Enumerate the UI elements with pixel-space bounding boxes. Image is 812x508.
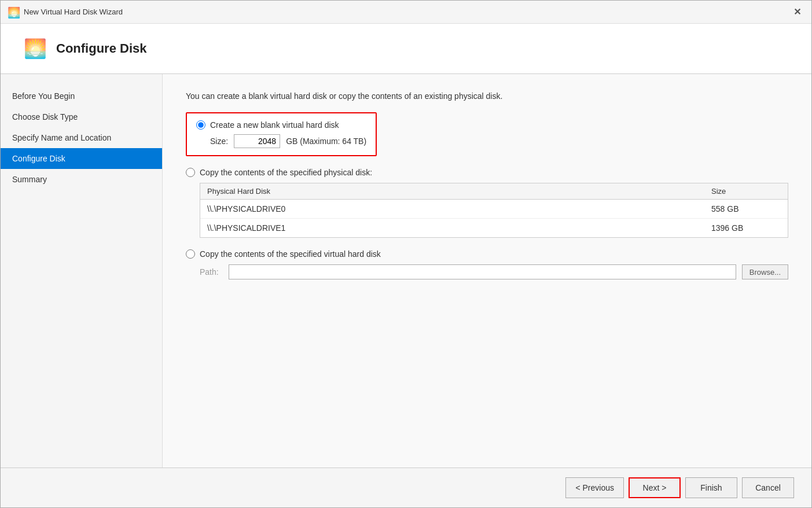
radio-virtual[interactable] xyxy=(186,249,195,259)
table-row[interactable]: \\.\PHYSICALDRIVE0 558 GB xyxy=(200,200,788,219)
table-header: Physical Hard Disk Size xyxy=(200,183,788,200)
create-new-section: Create a new blank virtual hard disk Siz… xyxy=(186,112,377,156)
cancel-button[interactable]: Cancel xyxy=(742,477,794,498)
titlebar: 🌅 New Virtual Hard Disk Wizard ✕ xyxy=(1,1,811,24)
sidebar-item-before-you-begin[interactable]: Before You Begin xyxy=(1,86,162,106)
browse-button[interactable]: Browse... xyxy=(742,264,788,279)
app-icon: 🌅 xyxy=(8,6,19,18)
col-header-disk: Physical Hard Disk xyxy=(207,187,711,196)
titlebar-left: 🌅 New Virtual Hard Disk Wizard xyxy=(8,6,123,18)
disk-name-0: \\.\PHYSICALDRIVE0 xyxy=(207,204,711,213)
sidebar-item-configure-disk[interactable]: Configure Disk xyxy=(1,148,162,169)
finish-button[interactable]: Finish xyxy=(685,477,737,498)
page-title: Configure Disk xyxy=(56,41,146,56)
main-area: Before You Begin Choose Disk Type Specif… xyxy=(1,74,811,467)
description-text: You can create a blank virtual hard disk… xyxy=(186,91,788,101)
size-row: Size: GB (Maximum: 64 TB) xyxy=(210,134,366,148)
sidebar: Before You Begin Choose Disk Type Specif… xyxy=(1,74,163,467)
sidebar-item-specify-name-location[interactable]: Specify Name and Location xyxy=(1,127,162,148)
path-label: Path: xyxy=(200,267,223,277)
disk-size-1: 1396 GB xyxy=(711,223,781,233)
previous-button[interactable]: < Previous xyxy=(565,477,624,498)
header-icon: 🌅 xyxy=(24,38,47,60)
radio-physical[interactable] xyxy=(186,168,195,177)
next-button[interactable]: Next > xyxy=(629,477,681,498)
footer: < Previous Next > Finish Cancel xyxy=(1,467,811,507)
col-header-size: Size xyxy=(711,187,781,196)
size-label: Size: xyxy=(210,137,228,146)
sidebar-item-summary[interactable]: Summary xyxy=(1,169,162,190)
path-row: Path: Browse... xyxy=(200,264,788,279)
close-button[interactable]: ✕ xyxy=(790,5,804,19)
radio-virtual-label[interactable]: Copy the contents of the specified virtu… xyxy=(200,249,381,259)
window-title: New Virtual Hard Disk Wizard xyxy=(24,8,123,16)
radio-option-new: Create a new blank virtual hard disk xyxy=(196,120,366,130)
copy-physical-section: Copy the contents of the specified physi… xyxy=(186,168,788,238)
radio-option-physical: Copy the contents of the specified physi… xyxy=(186,168,788,177)
physical-disk-table: Physical Hard Disk Size \\.\PHYSICALDRIV… xyxy=(200,183,788,238)
disk-name-1: \\.\PHYSICALDRIVE1 xyxy=(207,223,711,233)
size-unit: GB (Maximum: 64 TB) xyxy=(286,137,366,146)
radio-physical-label[interactable]: Copy the contents of the specified physi… xyxy=(200,168,372,177)
content-area: You can create a blank virtual hard disk… xyxy=(163,74,811,467)
path-input[interactable] xyxy=(229,264,736,279)
copy-virtual-section: Copy the contents of the specified virtu… xyxy=(186,249,788,279)
radio-new[interactable] xyxy=(196,120,205,130)
radio-option-virtual: Copy the contents of the specified virtu… xyxy=(186,249,788,259)
sidebar-item-choose-disk-type[interactable]: Choose Disk Type xyxy=(1,106,162,127)
size-input[interactable] xyxy=(234,134,280,148)
radio-new-label[interactable]: Create a new blank virtual hard disk xyxy=(210,120,339,130)
disk-size-0: 558 GB xyxy=(711,204,781,213)
wizard-window: 🌅 New Virtual Hard Disk Wizard ✕ 🌅 Confi… xyxy=(0,0,812,508)
header: 🌅 Configure Disk xyxy=(1,24,811,74)
table-row[interactable]: \\.\PHYSICALDRIVE1 1396 GB xyxy=(200,219,788,237)
